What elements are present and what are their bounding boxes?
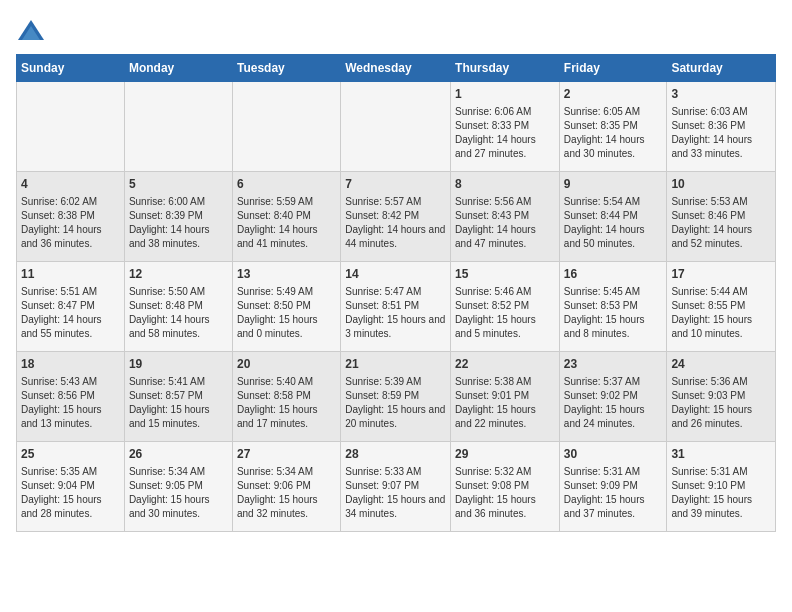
day-info: Sunrise: 5:56 AM <box>455 195 555 209</box>
day-info: Sunrise: 5:38 AM <box>455 375 555 389</box>
calendar-cell: 24Sunrise: 5:36 AMSunset: 9:03 PMDayligh… <box>667 352 776 442</box>
day-number: 17 <box>671 266 771 283</box>
day-info: Sunset: 9:06 PM <box>237 479 336 493</box>
calendar-cell: 18Sunrise: 5:43 AMSunset: 8:56 PMDayligh… <box>17 352 125 442</box>
weekday-header-wednesday: Wednesday <box>341 55 451 82</box>
calendar-cell: 21Sunrise: 5:39 AMSunset: 8:59 PMDayligh… <box>341 352 451 442</box>
calendar-cell <box>232 82 340 172</box>
day-info: Sunset: 9:10 PM <box>671 479 771 493</box>
day-number: 29 <box>455 446 555 463</box>
calendar-cell: 23Sunrise: 5:37 AMSunset: 9:02 PMDayligh… <box>559 352 667 442</box>
day-info: Sunset: 8:50 PM <box>237 299 336 313</box>
day-info: Daylight: 15 hours and 37 minutes. <box>564 493 663 521</box>
day-info: Daylight: 15 hours and 28 minutes. <box>21 493 120 521</box>
weekday-header-saturday: Saturday <box>667 55 776 82</box>
day-info: Daylight: 14 hours and 44 minutes. <box>345 223 446 251</box>
day-info: Sunset: 8:48 PM <box>129 299 228 313</box>
day-info: Sunrise: 5:37 AM <box>564 375 663 389</box>
day-info: Sunset: 8:40 PM <box>237 209 336 223</box>
calendar-week-row: 1Sunrise: 6:06 AMSunset: 8:33 PMDaylight… <box>17 82 776 172</box>
calendar-cell: 27Sunrise: 5:34 AMSunset: 9:06 PMDayligh… <box>232 442 340 532</box>
day-info: Daylight: 15 hours and 5 minutes. <box>455 313 555 341</box>
calendar-cell <box>124 82 232 172</box>
day-info: Sunrise: 5:47 AM <box>345 285 446 299</box>
day-info: Sunrise: 5:34 AM <box>129 465 228 479</box>
day-number: 30 <box>564 446 663 463</box>
day-number: 8 <box>455 176 555 193</box>
day-info: Sunrise: 5:44 AM <box>671 285 771 299</box>
calendar-cell: 3Sunrise: 6:03 AMSunset: 8:36 PMDaylight… <box>667 82 776 172</box>
day-info: Sunrise: 5:49 AM <box>237 285 336 299</box>
day-number: 22 <box>455 356 555 373</box>
weekday-header-friday: Friday <box>559 55 667 82</box>
day-number: 20 <box>237 356 336 373</box>
day-info: Sunset: 8:53 PM <box>564 299 663 313</box>
day-info: Sunrise: 6:05 AM <box>564 105 663 119</box>
day-number: 11 <box>21 266 120 283</box>
day-number: 4 <box>21 176 120 193</box>
day-info: Daylight: 14 hours and 47 minutes. <box>455 223 555 251</box>
day-info: Daylight: 15 hours and 13 minutes. <box>21 403 120 431</box>
day-info: Sunrise: 5:36 AM <box>671 375 771 389</box>
calendar-week-row: 11Sunrise: 5:51 AMSunset: 8:47 PMDayligh… <box>17 262 776 352</box>
calendar-cell: 10Sunrise: 5:53 AMSunset: 8:46 PMDayligh… <box>667 172 776 262</box>
day-info: Sunrise: 5:40 AM <box>237 375 336 389</box>
calendar-cell: 28Sunrise: 5:33 AMSunset: 9:07 PMDayligh… <box>341 442 451 532</box>
day-info: Daylight: 14 hours and 41 minutes. <box>237 223 336 251</box>
day-info: Sunset: 8:44 PM <box>564 209 663 223</box>
day-info: Daylight: 14 hours and 36 minutes. <box>21 223 120 251</box>
day-info: Sunset: 8:43 PM <box>455 209 555 223</box>
day-number: 9 <box>564 176 663 193</box>
day-info: Sunrise: 5:51 AM <box>21 285 120 299</box>
calendar-cell: 8Sunrise: 5:56 AMSunset: 8:43 PMDaylight… <box>451 172 560 262</box>
day-info: Sunrise: 5:46 AM <box>455 285 555 299</box>
day-number: 31 <box>671 446 771 463</box>
day-info: Sunset: 8:59 PM <box>345 389 446 403</box>
day-info: Sunrise: 5:45 AM <box>564 285 663 299</box>
day-info: Sunrise: 5:59 AM <box>237 195 336 209</box>
day-number: 28 <box>345 446 446 463</box>
day-info: Sunset: 8:56 PM <box>21 389 120 403</box>
day-info: Sunrise: 5:50 AM <box>129 285 228 299</box>
weekday-header-sunday: Sunday <box>17 55 125 82</box>
day-info: Sunset: 9:01 PM <box>455 389 555 403</box>
calendar-cell: 25Sunrise: 5:35 AMSunset: 9:04 PMDayligh… <box>17 442 125 532</box>
day-info: Daylight: 15 hours and 30 minutes. <box>129 493 228 521</box>
page-header <box>16 16 776 46</box>
day-info: Sunset: 8:47 PM <box>21 299 120 313</box>
day-number: 1 <box>455 86 555 103</box>
calendar-cell: 4Sunrise: 6:02 AMSunset: 8:38 PMDaylight… <box>17 172 125 262</box>
weekday-header-tuesday: Tuesday <box>232 55 340 82</box>
day-info: Daylight: 15 hours and 32 minutes. <box>237 493 336 521</box>
day-info: Sunset: 8:55 PM <box>671 299 771 313</box>
day-info: Daylight: 15 hours and 20 minutes. <box>345 403 446 431</box>
day-info: Daylight: 14 hours and 52 minutes. <box>671 223 771 251</box>
calendar-cell: 20Sunrise: 5:40 AMSunset: 8:58 PMDayligh… <box>232 352 340 442</box>
day-info: Daylight: 14 hours and 58 minutes. <box>129 313 228 341</box>
calendar-cell: 14Sunrise: 5:47 AMSunset: 8:51 PMDayligh… <box>341 262 451 352</box>
day-info: Daylight: 14 hours and 55 minutes. <box>21 313 120 341</box>
day-number: 25 <box>21 446 120 463</box>
day-info: Sunset: 9:09 PM <box>564 479 663 493</box>
day-info: Sunrise: 6:02 AM <box>21 195 120 209</box>
calendar-cell: 1Sunrise: 6:06 AMSunset: 8:33 PMDaylight… <box>451 82 560 172</box>
day-info: Sunset: 8:58 PM <box>237 389 336 403</box>
day-info: Sunset: 8:42 PM <box>345 209 446 223</box>
day-info: Daylight: 15 hours and 26 minutes. <box>671 403 771 431</box>
day-info: Sunrise: 5:33 AM <box>345 465 446 479</box>
calendar-table: SundayMondayTuesdayWednesdayThursdayFrid… <box>16 54 776 532</box>
day-info: Daylight: 14 hours and 38 minutes. <box>129 223 228 251</box>
day-info: Sunset: 9:05 PM <box>129 479 228 493</box>
calendar-cell: 6Sunrise: 5:59 AMSunset: 8:40 PMDaylight… <box>232 172 340 262</box>
calendar-week-row: 25Sunrise: 5:35 AMSunset: 9:04 PMDayligh… <box>17 442 776 532</box>
day-number: 16 <box>564 266 663 283</box>
calendar-cell <box>341 82 451 172</box>
calendar-cell: 9Sunrise: 5:54 AMSunset: 8:44 PMDaylight… <box>559 172 667 262</box>
logo <box>16 16 50 46</box>
day-info: Sunrise: 6:06 AM <box>455 105 555 119</box>
day-info: Daylight: 15 hours and 15 minutes. <box>129 403 228 431</box>
day-number: 12 <box>129 266 228 283</box>
day-number: 5 <box>129 176 228 193</box>
day-info: Daylight: 15 hours and 36 minutes. <box>455 493 555 521</box>
day-info: Daylight: 14 hours and 33 minutes. <box>671 133 771 161</box>
